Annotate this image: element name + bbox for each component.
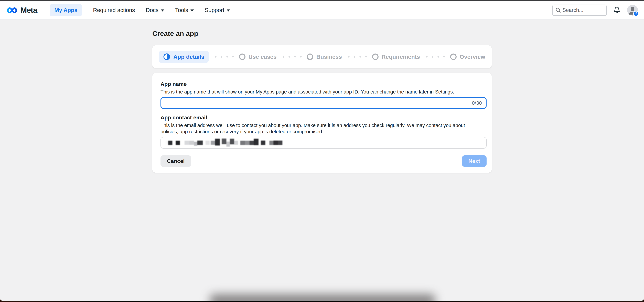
app-details-form: App name This is the app name that will … bbox=[152, 73, 492, 173]
primary-nav: My Apps Required actions Docs Tools Supp… bbox=[50, 4, 230, 16]
main-content: Create an app App details Use cases Busi… bbox=[0, 20, 644, 173]
step-progress-icon bbox=[163, 53, 170, 60]
step-requirements-label: Requirements bbox=[382, 54, 420, 60]
nav-docs[interactable]: Docs bbox=[146, 7, 164, 13]
contact-email-input[interactable] bbox=[160, 137, 486, 149]
meta-infinity-icon bbox=[6, 6, 18, 14]
nav-my-apps[interactable]: My Apps bbox=[50, 4, 82, 16]
step-connector bbox=[422, 56, 448, 58]
step-overview-label: Overview bbox=[460, 54, 485, 60]
search-field bbox=[552, 5, 607, 16]
step-use-cases-label: Use cases bbox=[248, 54, 277, 60]
step-app-details-label: App details bbox=[173, 54, 204, 60]
page-title: Create an app bbox=[152, 30, 644, 38]
step-circle-icon bbox=[239, 54, 246, 60]
chevron-down-icon bbox=[227, 10, 230, 12]
form-actions: Cancel Next bbox=[160, 155, 486, 167]
step-circle-icon bbox=[372, 54, 378, 60]
contact-email-label: App contact email bbox=[160, 115, 486, 121]
step-connector bbox=[344, 56, 370, 58]
nav-docs-label: Docs bbox=[146, 7, 158, 13]
header-right-cluster: f bbox=[552, 5, 638, 16]
app-name-field: 0/30 bbox=[160, 97, 486, 109]
facebook-badge-icon: f bbox=[633, 11, 639, 17]
nav-required-actions-label: Required actions bbox=[93, 7, 135, 13]
app-name-helper: This is the app name that will show on y… bbox=[160, 89, 483, 95]
step-connector bbox=[279, 56, 304, 58]
bell-icon bbox=[613, 6, 621, 14]
chevron-down-icon bbox=[161, 10, 164, 12]
browser-viewport: Meta My Apps Required actions Docs Tools… bbox=[0, 1, 644, 301]
step-circle-icon bbox=[450, 54, 456, 60]
top-navbar: Meta My Apps Required actions Docs Tools… bbox=[0, 1, 644, 20]
next-button[interactable]: Next bbox=[462, 155, 486, 167]
step-requirements: Requirements bbox=[372, 54, 420, 60]
chevron-down-icon bbox=[190, 10, 194, 12]
profile-menu-button[interactable]: f bbox=[627, 5, 638, 16]
step-business-label: Business bbox=[316, 54, 342, 60]
bottom-window-shadow bbox=[210, 294, 435, 301]
search-icon bbox=[555, 7, 562, 13]
nav-tools-label: Tools bbox=[175, 7, 188, 13]
step-circle-icon bbox=[307, 54, 313, 60]
step-business: Business bbox=[307, 54, 342, 60]
nav-my-apps-label: My Apps bbox=[54, 7, 77, 13]
nav-tools[interactable]: Tools bbox=[175, 7, 194, 13]
nav-support[interactable]: Support bbox=[205, 7, 230, 13]
app-name-input[interactable] bbox=[160, 97, 486, 109]
wizard-stepper: App details Use cases Business Requireme… bbox=[152, 45, 492, 68]
meta-wordmark: Meta bbox=[20, 6, 37, 15]
notifications-button[interactable] bbox=[613, 6, 621, 14]
cancel-button[interactable]: Cancel bbox=[160, 155, 191, 167]
step-overview: Overview bbox=[450, 54, 485, 60]
meta-logo[interactable]: Meta bbox=[6, 6, 37, 15]
step-connector bbox=[211, 56, 236, 58]
step-app-details: App details bbox=[159, 51, 209, 63]
nav-required-actions[interactable]: Required actions bbox=[93, 7, 135, 13]
app-name-label: App name bbox=[160, 81, 486, 87]
nav-support-label: Support bbox=[205, 7, 224, 13]
redacted-email-value bbox=[166, 139, 282, 146]
char-counter: 0/30 bbox=[472, 100, 482, 106]
contact-email-helper: This is the email address we'll use to c… bbox=[160, 122, 483, 135]
step-use-cases: Use cases bbox=[239, 54, 277, 60]
